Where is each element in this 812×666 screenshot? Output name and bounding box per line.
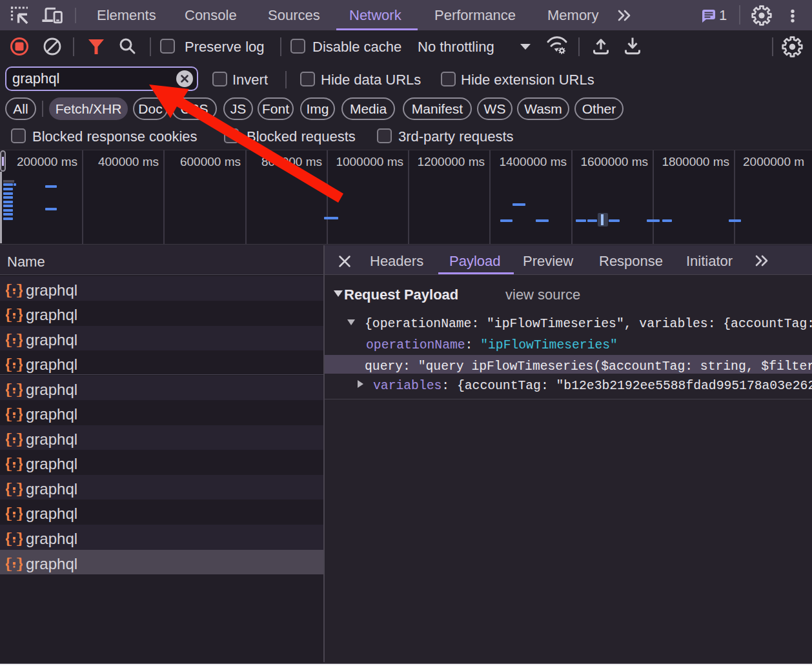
svg-text:{: { bbox=[6, 334, 13, 347]
svg-text:}: } bbox=[15, 507, 23, 521]
svg-text:}: } bbox=[15, 308, 23, 322]
svg-text:{: { bbox=[6, 383, 13, 397]
svg-text:}: } bbox=[15, 284, 23, 298]
svg-text:}: } bbox=[15, 458, 23, 471]
svg-text:{: { bbox=[6, 284, 13, 298]
svg-text:}: } bbox=[15, 358, 23, 372]
svg-text:{: { bbox=[6, 558, 13, 571]
svg-text:}: } bbox=[15, 408, 23, 421]
svg-text:{: { bbox=[6, 358, 13, 372]
svg-text:{: { bbox=[6, 532, 13, 546]
svg-text:{: { bbox=[6, 458, 13, 471]
svg-text:}: } bbox=[15, 532, 23, 546]
svg-text:}: } bbox=[15, 558, 23, 571]
svg-text:{: { bbox=[6, 308, 13, 322]
svg-text:{: { bbox=[6, 433, 13, 447]
svg-text:}: } bbox=[15, 433, 23, 447]
svg-text:{: { bbox=[6, 483, 13, 496]
svg-text:}: } bbox=[15, 334, 23, 347]
svg-text:{: { bbox=[6, 507, 13, 521]
svg-text:{: { bbox=[6, 408, 13, 421]
svg-text:}: } bbox=[15, 483, 23, 496]
svg-text:}: } bbox=[15, 383, 23, 397]
